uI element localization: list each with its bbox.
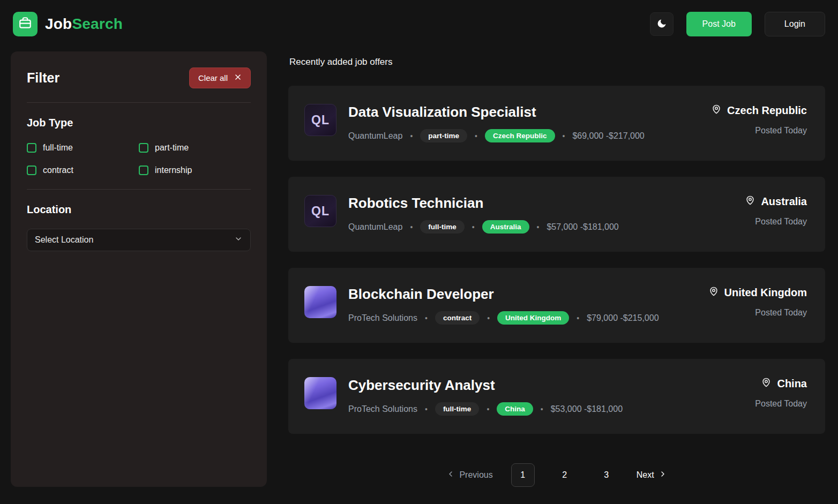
posted-date: Posted Today	[745, 217, 807, 227]
job-meta: QuantumLeap • full-time • Australia • $5…	[348, 220, 619, 234]
job-location-label: United Kingdom	[724, 287, 807, 299]
job-info: Blockchain Developer ProTech Solutions •…	[348, 286, 659, 325]
page-button[interactable]: 3	[595, 463, 618, 487]
job-card[interactable]: QL Robotics Technician QuantumLeap • ful…	[288, 177, 825, 252]
moon-icon	[656, 18, 667, 31]
job-title[interactable]: Data Visualization Specialist	[348, 104, 645, 121]
page-button[interactable]: 1	[511, 463, 535, 487]
job-info: Cybersecurity Analyst ProTech Solutions …	[348, 377, 623, 416]
filter-header: Filter Clear all	[27, 67, 251, 88]
posted-date: Posted Today	[755, 399, 807, 409]
next-page-button[interactable]: Next	[637, 470, 667, 480]
salary: $79,000 -$215,000	[587, 313, 659, 323]
job-title[interactable]: Robotics Technician	[348, 195, 619, 212]
dot-separator: •	[425, 314, 428, 322]
location-select[interactable]: Select Location	[27, 229, 251, 251]
posted-date: Posted Today	[708, 308, 807, 318]
brand-title-secondary: Search	[72, 16, 123, 32]
location-pin-icon	[745, 195, 755, 208]
page-button[interactable]: 2	[553, 463, 577, 487]
job-card-right: United Kingdom Posted Today	[708, 286, 807, 325]
job-title[interactable]: Blockchain Developer	[348, 286, 659, 303]
dot-separator: •	[563, 132, 565, 140]
job-card[interactable]: QL Data Visualization Specialist Quantum…	[288, 86, 825, 161]
company-logo-text: QL	[311, 204, 330, 219]
dot-separator: •	[410, 132, 413, 140]
salary: $57,000 -$181,000	[547, 222, 618, 232]
job-location-label: China	[777, 378, 807, 390]
post-job-button[interactable]: Post Job	[686, 12, 752, 36]
company-logo: QL	[304, 104, 336, 136]
content: Filter Clear all Job Type full-time part…	[0, 48, 838, 487]
checkbox-label: internship	[155, 166, 192, 175]
job-card[interactable]: Blockchain Developer ProTech Solutions •…	[288, 268, 825, 343]
dot-separator: •	[541, 405, 543, 413]
checkbox[interactable]	[27, 143, 36, 153]
job-type-option[interactable]: internship	[139, 166, 251, 175]
location-select-value: Select Location	[35, 235, 93, 245]
theme-toggle-button[interactable]	[650, 12, 674, 36]
previous-label: Previous	[459, 470, 492, 480]
job-location-label: Czech Republic	[727, 104, 807, 117]
company-logo-text: QL	[311, 113, 330, 127]
country-badge: Australia	[482, 220, 529, 234]
job-type-title: Job Type	[27, 117, 251, 129]
job-type-option[interactable]: full-time	[27, 143, 139, 153]
job-meta: ProTech Solutions • contract • United Ki…	[348, 311, 659, 325]
dot-separator: •	[410, 223, 413, 231]
brand[interactable]: JobSearch	[13, 12, 123, 36]
company-logo: QL	[304, 195, 336, 227]
company-name: QuantumLeap	[348, 222, 402, 232]
checkbox[interactable]	[27, 166, 36, 175]
dot-separator: •	[487, 314, 490, 322]
job-type-option[interactable]: part-time	[139, 143, 251, 153]
company-name: QuantumLeap	[348, 131, 402, 141]
company-logo	[304, 286, 336, 318]
job-card[interactable]: Cybersecurity Analyst ProTech Solutions …	[288, 359, 825, 434]
clear-all-button[interactable]: Clear all	[189, 67, 251, 88]
company-name: ProTech Solutions	[348, 404, 417, 414]
job-type-badge: part-time	[420, 129, 467, 142]
filter-title: Filter	[27, 70, 59, 86]
checkbox[interactable]	[139, 166, 148, 175]
chevron-down-icon	[234, 235, 243, 245]
job-meta: ProTech Solutions • full-time • China • …	[348, 402, 623, 416]
job-card-left: Cybersecurity Analyst ProTech Solutions …	[304, 377, 623, 416]
job-card-right: Czech Republic Posted Today	[711, 104, 807, 142]
pagination: Previous 1 2 3 Next	[288, 463, 825, 487]
country-badge: United Kingdom	[497, 311, 569, 325]
job-list: Recently added job offers QL Data Visual…	[288, 51, 825, 487]
divider	[27, 102, 251, 103]
header: JobSearch Post Job Login	[0, 0, 838, 48]
company-name: ProTech Solutions	[348, 313, 417, 323]
previous-page-button[interactable]: Previous	[446, 470, 492, 480]
chevron-left-icon	[446, 470, 455, 480]
clear-all-label: Clear all	[198, 73, 228, 82]
job-location: United Kingdom	[708, 286, 807, 299]
location-pin-icon	[711, 104, 722, 117]
checkbox[interactable]	[139, 143, 148, 153]
job-type-option[interactable]: contract	[27, 166, 139, 175]
job-type-badge: contract	[435, 311, 480, 325]
job-meta: QuantumLeap • part-time • Czech Republic…	[348, 129, 645, 142]
header-actions: Post Job Login	[650, 12, 825, 36]
filter-panel: Filter Clear all Job Type full-time part…	[11, 51, 267, 487]
dot-separator: •	[472, 223, 475, 231]
divider	[27, 189, 251, 190]
job-card-right: China Posted Today	[755, 377, 807, 416]
dot-separator: •	[475, 132, 477, 140]
posted-date: Posted Today	[711, 126, 807, 136]
job-info: Robotics Technician QuantumLeap • full-t…	[348, 195, 619, 234]
job-title[interactable]: Cybersecurity Analyst	[348, 377, 623, 394]
job-info: Data Visualization Specialist QuantumLea…	[348, 104, 645, 142]
job-card-right: Australia Posted Today	[745, 195, 807, 234]
chevron-right-icon	[659, 470, 667, 480]
dot-separator: •	[487, 405, 489, 413]
checkbox-label: contract	[43, 166, 73, 175]
job-card-left: QL Robotics Technician QuantumLeap • ful…	[304, 195, 619, 234]
job-location: China	[755, 377, 807, 390]
login-button[interactable]: Login	[765, 12, 825, 36]
job-location-label: Australia	[761, 195, 807, 208]
job-type-badge: full-time	[435, 402, 480, 416]
salary: $53,000 -$181,000	[551, 404, 623, 414]
